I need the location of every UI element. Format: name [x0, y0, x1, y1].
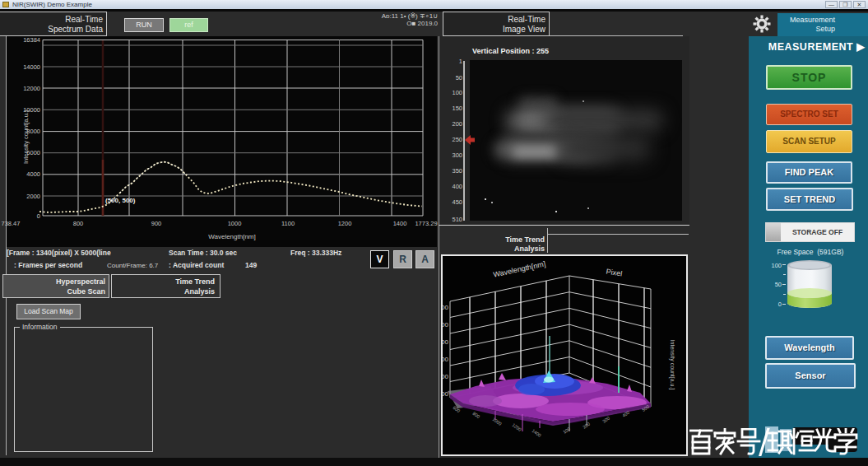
svg-text:1400: 1400 [531, 428, 541, 438]
svg-text:000: 000 [443, 304, 449, 311]
svg-text:000: 000 [443, 321, 449, 329]
svg-text:Wavelength[nm]: Wavelength[nm] [493, 259, 546, 278]
svg-text:000: 000 [443, 373, 449, 380]
svg-text:000: 000 [443, 356, 449, 363]
svg-text:200: 200 [582, 422, 591, 430]
svg-text:000: 000 [443, 390, 449, 398]
svg-text:1200: 1200 [511, 422, 522, 432]
svg-text:800: 800 [471, 411, 480, 419]
svg-text:Pixel: Pixel [606, 268, 623, 278]
svg-text:300: 300 [601, 416, 610, 424]
svg-text:000: 000 [443, 338, 449, 346]
svg-text:Intensity count[a.u.]: Intensity count[a.u.] [669, 340, 675, 390]
svg-text:1000: 1000 [491, 417, 502, 426]
